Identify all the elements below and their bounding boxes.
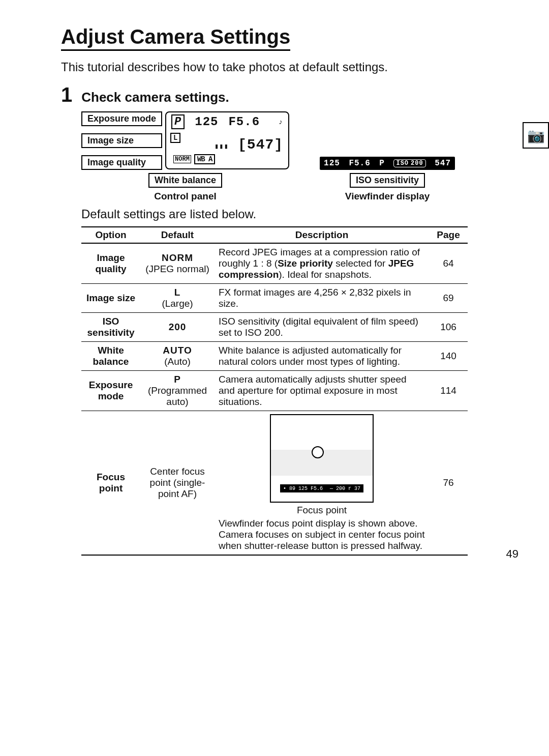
viewfinder-diagram: 125 F5.6 P ISO 200 547 [320, 157, 455, 170]
panel-shutter: 125 [195, 115, 218, 129]
table-row: ISO sensitivity200ISO sensitivity (digit… [81, 313, 468, 342]
control-panel-caption: Control panel [154, 191, 216, 202]
cell-page: 114 [429, 371, 468, 411]
cell-description: ISO sensitivity (digital equivalent of f… [215, 313, 429, 342]
th-page: Page [429, 227, 468, 243]
settings-table: Option Default Description Page Image qu… [81, 226, 468, 556]
step-title: Check camera settings. [81, 90, 229, 105]
panel-mode: P [171, 114, 185, 129]
cell-default: P(Programmed auto) [140, 371, 215, 411]
panel-quality: NORM [173, 155, 191, 163]
cell-page: 140 [429, 342, 468, 371]
callout-image-quality: Image quality [81, 155, 162, 170]
music-note-icon: ♪ [279, 118, 283, 126]
cell-default: NORM(JPEG normal) [140, 243, 215, 284]
cell-option: White balance [81, 342, 140, 371]
panel-frames: [547] [238, 137, 283, 153]
focus-point-illustration: • 89 125 F5.6— 200 r 37 [270, 414, 374, 503]
viewfinder-caption: Viewfinder display [345, 191, 430, 202]
table-row: Exposure modeP(Programmed auto)Camera au… [81, 371, 468, 411]
callout-white-balance: White balance [148, 173, 222, 188]
vf-frames: 547 [435, 159, 451, 168]
cell-option: Image size [81, 284, 140, 313]
th-option: Option [81, 227, 140, 243]
panel-wb: WB A [194, 154, 216, 164]
cell-option: ISO sensitivity [81, 313, 140, 342]
cell-default: 200 [140, 313, 215, 342]
callout-image-size: Image size [81, 133, 162, 148]
cell-page: 76 [429, 411, 468, 556]
cell-option: Image quality [81, 243, 140, 284]
page-number: 49 [506, 547, 518, 561]
intro-text: This tutorial describes how to take phot… [61, 60, 518, 74]
vf-mode: P [379, 159, 385, 168]
th-description: Description [215, 227, 429, 243]
focus-point-caption: Focus point [219, 505, 425, 516]
callout-iso-sensitivity: ISO sensitivity [350, 173, 425, 188]
vf-iso-label: ISO [396, 160, 409, 167]
cell-description: Camera automatically adjusts shutter spe… [215, 371, 429, 411]
cell-description: FX format images are 4,256 × 2,832 pixel… [215, 284, 429, 313]
section-tab-icon: 📷 [523, 122, 549, 149]
vf-iso-value: 200 [411, 160, 423, 167]
vf-aperture: F5.6 [349, 159, 370, 168]
cell-page: 69 [429, 284, 468, 313]
page-title: Adjust Camera Settings [61, 25, 290, 51]
panel-aperture: F5.6 [228, 115, 260, 129]
th-default: Default [140, 227, 215, 243]
cell-default: Center focus point (single-point AF) [140, 411, 215, 556]
table-row: Focus pointCenter focus point (single-po… [81, 411, 468, 556]
step-number: 1 [61, 83, 72, 106]
cell-page: 106 [429, 313, 468, 342]
callout-exposure-mode: Exposure mode [81, 111, 162, 126]
control-panel-diagram: P 125 F5.6 ♪ L ▮▮▮ [547] NORM WB A [165, 111, 289, 169]
cell-description: • 89 125 F5.6— 200 r 37Focus pointViewfi… [215, 411, 429, 556]
battery-icon: ▮▮▮ [215, 142, 229, 151]
cell-option: Exposure mode [81, 371, 140, 411]
panel-size: L [170, 133, 180, 143]
cell-option: Focus point [81, 411, 140, 556]
subtext: Default settings are listed below. [81, 207, 518, 221]
cell-default: AUTO(Auto) [140, 342, 215, 371]
cell-default: L(Large) [140, 284, 215, 313]
cell-description: White balance is adjusted automatically … [215, 342, 429, 371]
cell-description: Record JPEG images at a compression rati… [215, 243, 429, 284]
vf-shutter: 125 [324, 159, 340, 168]
table-row: Image sizeL(Large)FX format images are 4… [81, 284, 468, 313]
table-row: Image qualityNORM(JPEG normal)Record JPE… [81, 243, 468, 284]
table-row: White balanceAUTO(Auto)White balance is … [81, 342, 468, 371]
cell-page: 64 [429, 243, 468, 284]
